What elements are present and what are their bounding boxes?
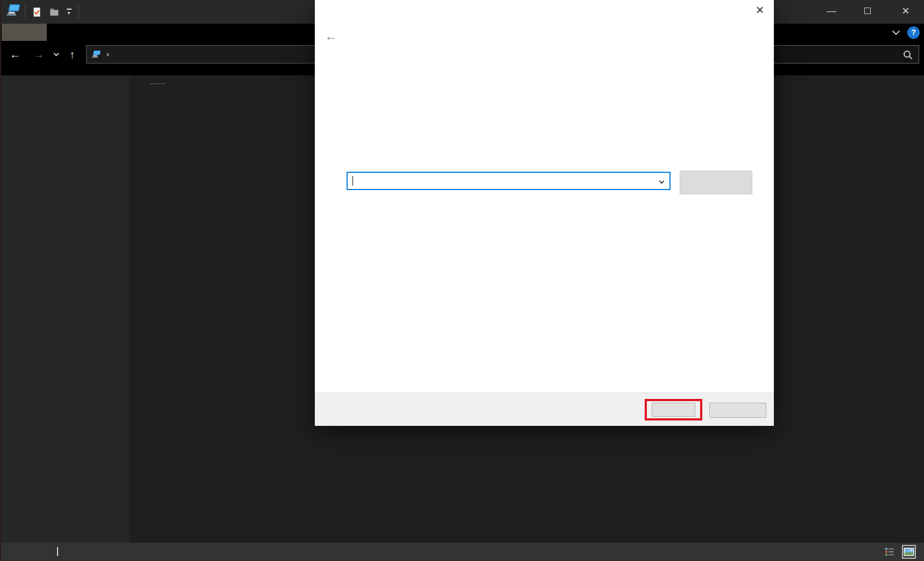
forward-icon[interactable]: →: [31, 45, 46, 64]
combobox-dropdown-icon[interactable]: [659, 179, 665, 184]
network-address-combobox[interactable]: [347, 172, 671, 190]
breadcrumb-chevron-icon: [105, 52, 109, 56]
monitor-icon: [91, 50, 102, 59]
group-header[interactable]: [145, 78, 165, 89]
next-button-annotation: [645, 399, 702, 420]
checklist-icon[interactable]: [30, 5, 43, 19]
ribbon-right-controls: ?: [893, 24, 920, 41]
maximize-button[interactable]: [855, 0, 880, 22]
minimize-button[interactable]: —: [819, 0, 844, 22]
computer-icon: [5, 4, 22, 19]
details-view-icon[interactable]: [883, 545, 897, 559]
tab-file[interactable]: [2, 24, 47, 41]
dialog-back-icon[interactable]: ←: [321, 27, 341, 45]
next-button[interactable]: [652, 403, 695, 417]
tab-view[interactable]: [104, 24, 137, 41]
search-input[interactable]: [754, 45, 919, 64]
add-network-location-dialog: × ←: [315, 0, 774, 426]
recent-locations-icon[interactable]: [51, 45, 61, 64]
navigation-pane: [0, 75, 129, 543]
cancel-button[interactable]: [709, 403, 766, 418]
close-window-button[interactable]: ×: [893, 0, 918, 22]
back-icon[interactable]: ←: [8, 45, 23, 64]
screen: ▼ — × ? ← → ↑: [0, 0, 924, 561]
dialog-close-icon[interactable]: ×: [750, 0, 770, 19]
up-icon[interactable]: ↑: [65, 45, 80, 64]
group-rule: [150, 83, 165, 84]
browse-button[interactable]: [680, 171, 752, 194]
tab-computer[interactable]: [54, 24, 98, 41]
status-divider: [57, 547, 58, 556]
status-bar: [0, 543, 924, 561]
titlebar-separator: [25, 5, 25, 18]
toolbar-dropdown-icon[interactable]: ▼: [62, 5, 75, 19]
text-cursor: [352, 176, 353, 186]
ribbon-collapse-icon[interactable]: [892, 27, 900, 35]
help-icon[interactable]: ?: [907, 26, 920, 39]
search-icon[interactable]: [902, 50, 913, 62]
titlebar-separator: [79, 5, 79, 18]
desktop-edge: [0, 0, 1, 561]
dialog-footer: [315, 392, 774, 426]
thumbnail-view-icon[interactable]: [902, 545, 916, 559]
folder-icon[interactable]: [47, 5, 60, 19]
